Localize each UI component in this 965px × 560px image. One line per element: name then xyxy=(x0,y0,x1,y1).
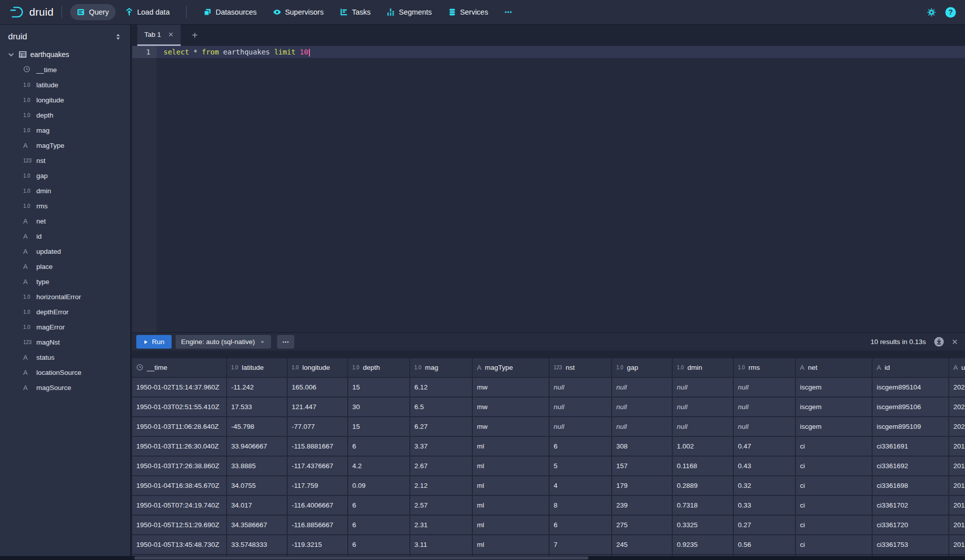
cell-r1-mag[interactable]: 6.12 xyxy=(410,378,472,397)
chevron-down-icon[interactable] xyxy=(7,50,15,59)
cell-r1-magtype[interactable]: mw xyxy=(473,378,549,397)
nav-item-datasources[interactable]: Datasources xyxy=(197,4,263,20)
cell-r5-upd[interactable]: 2016-0 xyxy=(949,457,965,475)
query-more-options-button[interactable] xyxy=(277,335,294,349)
cell-r9-upd[interactable]: 2016-0 xyxy=(949,535,965,554)
cell-r4-magtype[interactable]: ml xyxy=(473,437,549,456)
cell-r8-rms[interactable]: 0.27 xyxy=(734,516,795,534)
cell-r7-depth[interactable]: 6 xyxy=(348,496,409,515)
column-header-longitude[interactable]: 1.0longitude xyxy=(288,358,347,377)
cell-r8-latitude[interactable]: 34.3586667 xyxy=(227,516,287,534)
cell-r9-latitude[interactable]: 33.5748333 xyxy=(227,535,287,554)
cell-r7-longitude[interactable]: -116.4006667 xyxy=(288,496,347,515)
cell-r7-gap[interactable]: 239 xyxy=(612,496,672,515)
cell-r2-mag[interactable]: 6.5 xyxy=(410,398,472,416)
sidebar-column-magerror[interactable]: 1.0magError xyxy=(0,319,130,334)
download-results-button[interactable] xyxy=(934,337,944,347)
cell-r6-mag[interactable]: 2.12 xyxy=(410,476,472,495)
cell-r6-magtype[interactable]: ml xyxy=(473,476,549,495)
cell-r6-latitude[interactable]: 34.0755 xyxy=(227,476,287,495)
cell-r9-magtype[interactable]: ml xyxy=(473,535,549,554)
cell-r7-dmin[interactable]: 0.7318 xyxy=(673,496,733,515)
datasource-row-earthquakes[interactable]: earthquakes xyxy=(0,47,130,62)
sidebar-column-mag[interactable]: 1.0mag xyxy=(0,123,130,138)
sidebar-column-locationsource[interactable]: AlocationSource xyxy=(0,365,130,380)
sidebar-column-depth[interactable]: 1.0depth xyxy=(0,107,130,123)
cell-r2-longitude[interactable]: 121.447 xyxy=(288,398,347,416)
sidebar-column-type[interactable]: Atype xyxy=(0,274,130,289)
cell-r2-gap[interactable]: null xyxy=(612,398,672,416)
sidebar-column-dmin[interactable]: 1.0dmin xyxy=(0,183,130,198)
cell-r7-latitude[interactable]: 34.017 xyxy=(227,496,287,515)
double-caret-sort-icon[interactable] xyxy=(114,33,122,41)
nav-item-load-data[interactable]: Load data xyxy=(119,4,177,20)
nav-more-button[interactable] xyxy=(498,4,519,20)
cell-r4-id[interactable]: ci3361691 xyxy=(873,437,948,456)
cell-r2-id[interactable]: iscgem895106 xyxy=(873,398,948,416)
cell-r3-magtype[interactable]: mw xyxy=(473,417,549,436)
cell-r8-longitude[interactable]: -116.8856667 xyxy=(288,516,347,534)
column-header-nst[interactable]: 123nst xyxy=(550,358,611,377)
cell-r7--time[interactable]: 1950-01-05T07:24:19.740Z xyxy=(132,496,226,515)
cell-r6-id[interactable]: ci3361698 xyxy=(873,476,948,495)
cell-r2-depth[interactable]: 30 xyxy=(348,398,409,416)
horizontal-scrollbar-thumb[interactable] xyxy=(134,556,588,559)
cell-r3-gap[interactable]: null xyxy=(612,417,672,436)
cell-r5-nst[interactable]: 5 xyxy=(550,457,611,475)
column-header-gap[interactable]: 1.0gap xyxy=(612,358,672,377)
cell-r9-longitude[interactable]: -119.3215 xyxy=(288,535,347,554)
cell-r4-nst[interactable]: 6 xyxy=(550,437,611,456)
sidebar-column-rms[interactable]: 1.0rms xyxy=(0,198,130,213)
cell-r9-nst[interactable]: 7 xyxy=(550,535,611,554)
column-header-magtype[interactable]: AmagType xyxy=(473,358,549,377)
cell-r4-rms[interactable]: 0.47 xyxy=(734,437,795,456)
cell-r9-net[interactable]: ci xyxy=(796,535,872,554)
druid-brand[interactable]: druid xyxy=(9,5,53,20)
cell-r5-longitude[interactable]: -117.4376667 xyxy=(288,457,347,475)
sidebar-column-updated[interactable]: Aupdated xyxy=(0,244,130,259)
cell-r8-depth[interactable]: 6 xyxy=(348,516,409,534)
cell-r9-id[interactable]: ci3361753 xyxy=(873,535,948,554)
sidebar-column-net[interactable]: Anet xyxy=(0,213,130,229)
cell-r3-longitude[interactable]: -77.077 xyxy=(288,417,347,436)
cell-r1-upd[interactable]: 2022-0 xyxy=(949,378,965,397)
cell-r7-mag[interactable]: 2.57 xyxy=(410,496,472,515)
nav-item-tasks[interactable]: Tasks xyxy=(333,4,377,20)
column-header-upd[interactable]: Aupd xyxy=(949,358,965,377)
cell-r4-upd[interactable]: 2016-0 xyxy=(949,437,965,456)
cell-r5-gap[interactable]: 157 xyxy=(612,457,672,475)
cell-r8-magtype[interactable]: ml xyxy=(473,516,549,534)
cell-r9-rms[interactable]: 0.56 xyxy=(734,535,795,554)
sidebar-column-status[interactable]: Astatus xyxy=(0,350,130,365)
cell-r5-depth[interactable]: 4.2 xyxy=(348,457,409,475)
horizontal-scrollbar[interactable] xyxy=(0,556,965,560)
cell-r3-net[interactable]: iscgem xyxy=(796,417,872,436)
column-header--time[interactable]: __time xyxy=(132,358,226,377)
cell-r5-rms[interactable]: 0.43 xyxy=(734,457,795,475)
cell-r3-dmin[interactable]: null xyxy=(673,417,733,436)
cell-r4-dmin[interactable]: 1.002 xyxy=(673,437,733,456)
cell-r6-nst[interactable]: 4 xyxy=(550,476,611,495)
cell-r3-id[interactable]: iscgem895109 xyxy=(873,417,948,436)
cell-r2-net[interactable]: iscgem xyxy=(796,398,872,416)
cell-r1-nst[interactable]: null xyxy=(550,378,611,397)
cell-r9--time[interactable]: 1950-01-05T13:45:48.730Z xyxy=(132,535,226,554)
sidebar-column--time[interactable]: __time xyxy=(0,62,130,77)
cell-r1-longitude[interactable]: 165.006 xyxy=(288,378,347,397)
cell-r6-gap[interactable]: 179 xyxy=(612,476,672,495)
cell-r6-net[interactable]: ci xyxy=(796,476,872,495)
cell-r9-depth[interactable]: 6 xyxy=(348,535,409,554)
cell-r4--time[interactable]: 1950-01-03T11:26:30.040Z xyxy=(132,437,226,456)
cell-r4-mag[interactable]: 3.37 xyxy=(410,437,472,456)
cell-r8-mag[interactable]: 2.31 xyxy=(410,516,472,534)
cell-r3-rms[interactable]: null xyxy=(734,417,795,436)
sidebar-column-latitude[interactable]: 1.0latitude xyxy=(0,77,130,92)
cell-r5-mag[interactable]: 2.67 xyxy=(410,457,472,475)
nav-item-supervisors[interactable]: Supervisors xyxy=(266,4,331,20)
cell-r6-longitude[interactable]: -117.759 xyxy=(288,476,347,495)
cell-r8-id[interactable]: ci3361720 xyxy=(873,516,948,534)
cell-r5-net[interactable]: ci xyxy=(796,457,872,475)
sql-editor[interactable]: 1 select * from earthquakes limit 10 xyxy=(132,46,965,332)
cell-r1-net[interactable]: iscgem xyxy=(796,378,872,397)
cell-r4-latitude[interactable]: 33.9406667 xyxy=(227,437,287,456)
